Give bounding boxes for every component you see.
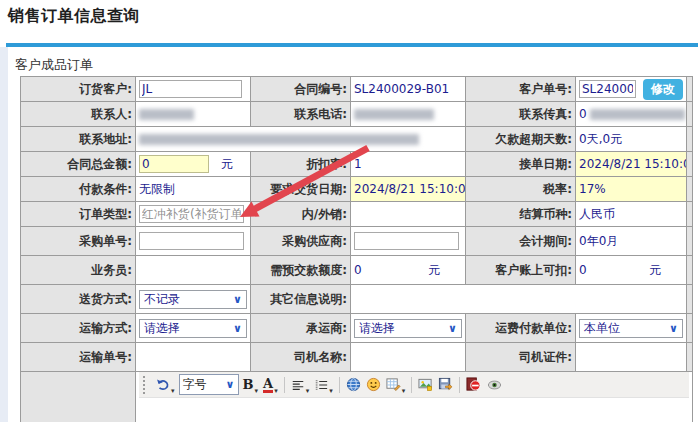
purchase-supplier-input[interactable] [354, 232, 459, 250]
contact-person-label: 联系人: [21, 102, 136, 127]
contact-phone-label: 联系电话: [251, 102, 351, 127]
dropdown-caret: ▾ [274, 387, 278, 395]
font-size-select[interactable]: 字号 ∨ [179, 374, 239, 395]
transport-method-select[interactable]: 请选择∨ [139, 319, 247, 338]
section-title: 客户成品订单 [15, 56, 93, 74]
accounting-period-label: 会计期间: [466, 227, 576, 256]
ordered-list-icon[interactable]: ▾ [313, 375, 334, 395]
driver-id-value [576, 343, 687, 372]
spacer-cell [687, 102, 693, 127]
accent-divider [6, 43, 698, 47]
driver-name-label: 司机名称: [251, 343, 351, 372]
purchase-order-no-label: 采购单号: [21, 227, 136, 256]
richtext-toolbar: ▾ 字号 ∨ B ▾ A ▾ [139, 372, 689, 398]
advance-payment-value: 0 [354, 263, 362, 277]
editor-content-area[interactable] [139, 398, 689, 422]
dropdown-caret: ▾ [171, 387, 175, 395]
domestic-export-label: 内/外销: [251, 202, 351, 227]
spacer-cell [687, 343, 693, 372]
overdue-days-label: 欠款超期天数: [466, 127, 576, 152]
spacer-cell [687, 152, 693, 177]
redacted-contact-address [139, 134, 419, 145]
payment-terms-label: 付款条件: [21, 177, 136, 202]
purchase-order-no-input[interactable] [139, 232, 244, 250]
order-type-input[interactable] [139, 205, 244, 223]
tax-rate-value: 17% [576, 177, 687, 202]
carrier-select[interactable]: 请选择∨ [354, 319, 462, 338]
tax-rate-label: 税率: [466, 177, 576, 202]
settlement-currency-value: 人民币 [576, 202, 687, 227]
customer-order-no-input[interactable] [579, 80, 636, 98]
spacer-cell [687, 285, 693, 314]
hyperlink-globe-icon[interactable] [345, 375, 362, 395]
toolbar-separator [284, 377, 285, 393]
contact-fax-value: 0 [579, 107, 587, 121]
freight-payer-select[interactable]: 本单位∨ [579, 319, 683, 338]
spacer-cell [687, 77, 693, 102]
spacer-cell [687, 177, 693, 202]
modify-button[interactable]: 修改 [643, 79, 683, 100]
delivery-method-select[interactable]: 不记录∨ [139, 290, 247, 309]
other-info-value [351, 285, 687, 314]
advance-payment-unit: 元 [428, 262, 440, 279]
dropdown-caret: ▾ [255, 387, 259, 395]
contact-fax-label: 联系传真: [466, 102, 576, 127]
delivery-method-selected: 不记录 [144, 291, 180, 308]
transport-method-selected: 请选择 [144, 320, 180, 337]
salesperson-label: 业务员: [21, 256, 136, 285]
customer-order-no-label: 客户单号: [466, 77, 576, 102]
left-border-strip [0, 47, 8, 422]
sales-order-query-page: 销售订单信息查询 客户成品订单 订货客户: 合同编号: SL2400029-B0… [0, 0, 698, 422]
transport-no-label: 运输单号: [21, 343, 136, 372]
dropdown-caret: ▾ [402, 387, 406, 395]
order-customer-input[interactable] [139, 80, 242, 98]
redacted-contact-fax [590, 109, 685, 120]
bold-glyph: B [243, 378, 254, 391]
accounting-period-value: 0年0月 [576, 227, 687, 256]
contract-total-label: 合同总金额: [21, 152, 136, 177]
redacted-contact-person [139, 109, 194, 120]
driver-name-value [351, 343, 466, 372]
spacer-cell [687, 314, 693, 343]
preview-eye-icon[interactable] [485, 375, 504, 395]
dropdown-caret: ▾ [329, 387, 333, 395]
undo-icon[interactable]: ▾ [154, 375, 176, 395]
discount-rate-value: 1 [351, 152, 466, 177]
advance-payment-label: 需预交款额度: [251, 256, 351, 285]
font-color-icon[interactable]: A ▾ [262, 375, 279, 395]
settlement-currency-label: 结算币种: [466, 202, 576, 227]
customer-deductible-value: 0 [579, 263, 587, 277]
editor-row-label [21, 372, 136, 422]
spacer-cell [687, 202, 693, 227]
overdue-days-value: 0天,0元 [576, 127, 687, 152]
no-entry-icon[interactable] [465, 375, 482, 395]
edit-table-icon[interactable]: ▾ [385, 375, 407, 395]
carrier-label: 承运商: [251, 314, 351, 343]
transport-no-value [136, 343, 251, 372]
order-customer-label: 订货客户: [21, 77, 136, 102]
contract-no-label: 合同编号: [251, 77, 351, 102]
emoticon-icon[interactable] [365, 375, 382, 395]
spacer-cell [687, 256, 693, 285]
bold-icon[interactable]: B ▾ [242, 375, 260, 395]
driver-id-label: 司机证件: [466, 343, 576, 372]
save-export-icon[interactable] [437, 375, 454, 395]
freight-payer-selected: 本单位 [584, 320, 620, 337]
order-date-value: 2024/8/21 15:10:00 [576, 152, 687, 177]
toolbar-drag-handle[interactable] [143, 376, 148, 394]
align-icon[interactable]: ▾ [290, 375, 311, 395]
contract-total-input[interactable] [139, 155, 209, 173]
chevron-down-icon: ∨ [669, 323, 678, 334]
order-type-label: 订单类型: [21, 202, 136, 227]
contact-address-label: 联系地址: [21, 127, 136, 152]
spacer-cell [687, 127, 693, 152]
other-info-label: 其它信息说明: [251, 285, 351, 314]
spacer-cell [687, 227, 693, 256]
order-date-label: 接单日期: [466, 152, 576, 177]
order-form-table: 订货客户: 合同编号: SL2400029-B01 客户单号: 修改 联系人: … [20, 76, 693, 422]
toolbar-separator [411, 377, 412, 393]
chevron-down-icon: ∨ [233, 294, 242, 305]
freight-payer-label: 运费付款单位: [466, 314, 576, 343]
delivery-date-value: 2024/8/21 15:10:00 [351, 177, 466, 202]
insert-image-icon[interactable] [417, 375, 434, 395]
